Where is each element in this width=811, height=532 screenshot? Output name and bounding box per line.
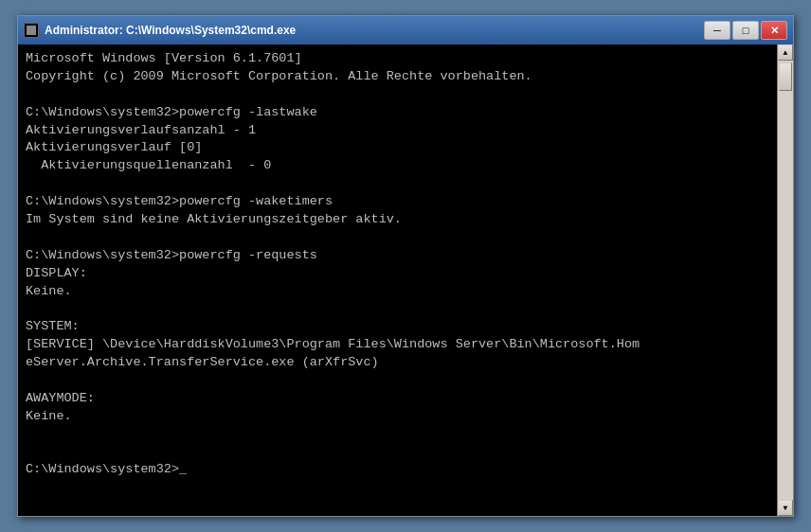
scrollbar-thumb[interactable] [779,62,792,91]
console-line-7: Aktivierungsquellenanzahl - 0 [26,158,271,172]
console-line-20: AWAYMODE: [26,391,95,405]
scrollbar-track[interactable] [778,61,793,500]
console-line-6: Aktivierungsverlauf [0] [26,140,202,154]
console-line-5: Aktivierungsverlaufsanzahl - 1 [26,123,256,137]
console-line-2: Copyright (c) 2009 Microsoft Corporation… [26,69,532,83]
window-icon [24,23,39,38]
console-line-12: C:\Windows\system32>powercfg -requests [26,248,317,262]
console-line-17: [SERVICE] \Device\HarddiskVolume3\Progra… [26,337,640,351]
console-line-1: Microsoft Windows [Version 6.1.7601] [26,51,302,65]
console-area: Microsoft Windows [Version 6.1.7601] Cop… [18,44,793,516]
console-line-21: Keine. [26,409,72,423]
scroll-up-button[interactable]: ▲ [778,44,793,61]
console-line-18: eServer.Archive.TransferService.exe (arX… [26,355,379,369]
console-output[interactable]: Microsoft Windows [Version 6.1.7601] Cop… [18,44,777,516]
minimize-button[interactable]: ─ [704,21,730,40]
close-button[interactable]: ✕ [761,21,787,40]
console-prompt: C:\Windows\system32>_ [26,462,187,476]
window-title: Administrator: C:\Windows\System32\cmd.e… [45,24,704,37]
console-line-4: C:\Windows\system32>powercfg -lastwake [26,105,317,119]
scrollbar: ▲ ▼ [777,44,793,516]
console-line-13: DISPLAY: [26,266,87,280]
maximize-button[interactable]: □ [732,21,759,40]
console-line-9: C:\Windows\system32>powercfg -waketimers [26,194,333,208]
title-bar: Administrator: C:\Windows\System32\cmd.e… [18,16,793,44]
cmd-window: Administrator: C:\Windows\System32\cmd.e… [17,15,794,517]
scroll-down-button[interactable]: ▼ [778,500,793,516]
console-line-14: Keine. [26,284,72,298]
console-line-16: SYSTEM: [26,319,80,333]
console-line-10: Im System sind keine Aktivierungszeitgeb… [26,212,402,226]
window-controls: ─ □ ✕ [704,21,787,40]
